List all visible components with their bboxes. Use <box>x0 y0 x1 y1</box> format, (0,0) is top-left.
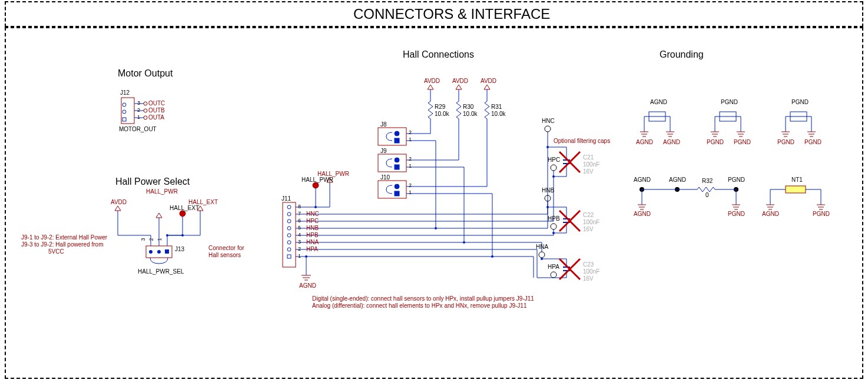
j9-ref: J9 <box>380 148 387 154</box>
j8-p2: 2 <box>409 129 412 135</box>
svg-point-35 <box>395 131 399 136</box>
hc-note-1: Digital (single-ended): connect hall sen… <box>312 295 534 302</box>
nt1-ref: NT1 <box>791 176 803 183</box>
svg-rect-32 <box>378 128 406 145</box>
r30-val: 10.0k <box>463 111 477 117</box>
c23-vol: 16V <box>583 275 594 282</box>
tp-hpa: HPA <box>548 264 559 270</box>
bridge-agnd1: AGND <box>634 176 651 183</box>
g-cap3-r: PGND <box>804 139 821 145</box>
svg-rect-58 <box>287 255 291 258</box>
g-cap3-l: PGND <box>777 139 794 145</box>
c22-vol: 16V <box>583 226 594 232</box>
svg-rect-40 <box>395 191 399 196</box>
bridge-rgnd: PGND <box>728 211 745 217</box>
bridge-agnd2: AGND <box>669 176 686 183</box>
g-cap3-net: PGND <box>791 99 809 105</box>
j12-pin1: 1 <box>137 114 140 120</box>
j13-pin3: 3 <box>140 238 146 241</box>
svg-rect-1 <box>122 118 126 121</box>
j11-n4: HPB <box>306 232 319 238</box>
tp-hnb: HNB <box>542 187 554 194</box>
g-cap2-r: PGND <box>734 139 751 145</box>
j8-p1: 1 <box>409 136 412 142</box>
g-cap1-net: AGND <box>650 99 667 105</box>
j9-p1: 1 <box>409 163 412 169</box>
svg-point-9 <box>144 116 147 119</box>
j12-outb: OUTB <box>148 107 165 114</box>
svg-point-81 <box>545 126 551 132</box>
j13-pin2: 2 <box>148 238 154 241</box>
j10-ref: J10 <box>380 174 390 181</box>
hc-note-2: Analog (differential): connect hall elem… <box>312 302 526 309</box>
hall-power-select <box>115 206 203 264</box>
g-cap1-r: AGND <box>663 139 680 145</box>
svg-point-70 <box>314 206 317 208</box>
tp-hpb: HPB <box>548 215 560 222</box>
c22-ref: C22 <box>583 212 594 218</box>
svg-point-69 <box>313 182 319 188</box>
hc-avdd-2: AVDD <box>452 78 468 84</box>
svg-point-91 <box>546 146 549 148</box>
r32-ref: R32 <box>702 178 713 184</box>
svg-point-51 <box>287 205 291 209</box>
svg-point-8 <box>144 109 147 112</box>
j11-n6: HPC <box>306 218 319 224</box>
j11-p5: 5 <box>298 225 301 231</box>
nt1-l: AGND <box>762 211 779 217</box>
hps-hallext-tp: HALL_EXT <box>170 205 199 211</box>
svg-point-108 <box>552 232 555 234</box>
svg-rect-13 <box>165 249 169 254</box>
hps-note-3: 5VCC <box>48 248 64 255</box>
r29-val: 10.0k <box>435 111 449 117</box>
j8-ref: J8 <box>380 121 387 128</box>
j9-p2: 2 <box>409 156 412 162</box>
c23-ref: C23 <box>583 261 594 268</box>
c22-val: 100nF <box>583 219 599 225</box>
tp-hna: HNA <box>536 244 548 250</box>
hps-hallpwr: HALL_PWR <box>146 188 178 195</box>
hps-note-2: J9-3 to J9-2: Hall powered from <box>21 241 104 248</box>
svg-rect-34 <box>378 181 406 198</box>
c21-ref: C21 <box>583 154 594 161</box>
hallpwr-tp: HALL_PWR <box>302 176 333 183</box>
c21-vol: 16V <box>583 168 594 175</box>
j13-pin1: 1 <box>157 238 163 241</box>
j11-n5: HNB <box>306 225 319 231</box>
r32-val: 0 <box>705 192 709 198</box>
filter-note: Optional filtering caps <box>554 138 610 144</box>
grounding <box>638 112 825 209</box>
g-cap1-l: AGND <box>636 139 653 145</box>
svg-point-25 <box>181 234 184 237</box>
j13-name: HALL_PWR_SEL <box>138 268 184 275</box>
svg-point-53 <box>287 219 291 223</box>
r31-val: 10.0k <box>491 111 505 117</box>
hc-avdd-3: AVDD <box>481 78 496 84</box>
svg-point-54 <box>287 227 291 230</box>
svg-point-24 <box>166 234 168 237</box>
j11-p6: 6 <box>298 218 301 224</box>
svg-point-2 <box>122 110 126 114</box>
j12-pin2: 2 <box>137 107 140 113</box>
j12-name: MOTOR_OUT <box>119 126 157 132</box>
hps-note-1: J9-1 to J9-2: External Hall Power <box>21 234 107 241</box>
svg-point-11 <box>149 250 153 254</box>
j12-pin3: 3 <box>137 100 140 106</box>
j11-p4: 4 <box>298 232 301 238</box>
svg-point-113 <box>539 252 545 258</box>
svg-point-7 <box>144 102 147 105</box>
svg-rect-36 <box>395 138 399 143</box>
svg-rect-33 <box>378 154 406 172</box>
svg-point-3 <box>122 103 126 106</box>
svg-point-72 <box>305 255 307 258</box>
svg-rect-173 <box>786 186 806 193</box>
j11-p8: 8 <box>298 204 301 209</box>
j10-p2: 2 <box>409 182 412 188</box>
svg-point-92 <box>552 175 555 178</box>
j11-p7: 7 <box>298 211 301 217</box>
bridge-lgnd: AGND <box>634 211 651 217</box>
j11-agnd: AGND <box>299 282 316 289</box>
j11-p1: 1 <box>298 253 301 259</box>
svg-point-37 <box>395 158 399 162</box>
svg-point-107 <box>546 206 549 208</box>
